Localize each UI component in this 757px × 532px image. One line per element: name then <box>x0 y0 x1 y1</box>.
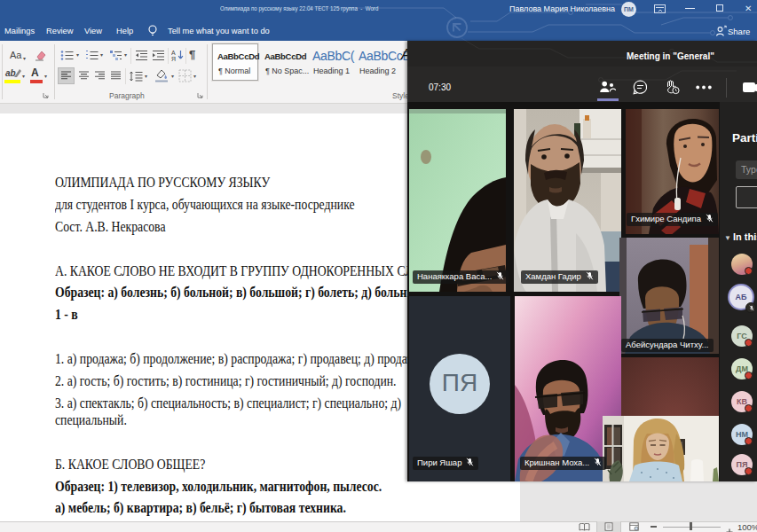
svg-text:Я: Я <box>171 56 176 62</box>
svg-text:А: А <box>171 50 176 56</box>
